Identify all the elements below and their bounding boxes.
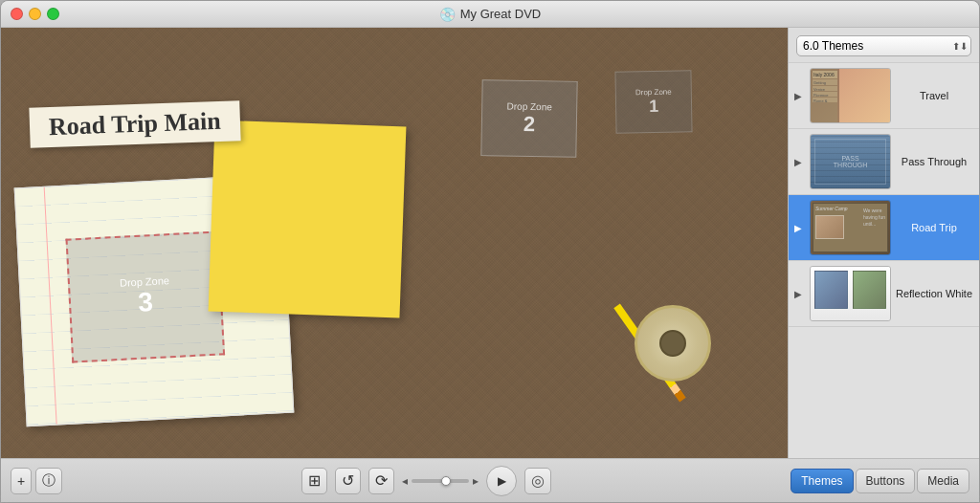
theme-item-travel[interactable]: ▶ Italy 2006 Getting There Venice Floren…	[789, 63, 979, 129]
theme-select-wrapper[interactable]: 6.0 Themes 5.0 Themes 4.0 Themes ⬆⬇	[796, 35, 971, 56]
add-icon: +	[17, 473, 25, 489]
theme-dropdown-bar: 6.0 Themes 5.0 Themes 4.0 Themes ⬆⬇	[789, 28, 979, 63]
theme-info-reflection: Reflection White	[895, 288, 973, 299]
add-button[interactable]: +	[11, 468, 32, 494]
tab-media[interactable]: Media	[917, 469, 969, 493]
drop-zone-1[interactable]: Drop Zone 1	[614, 70, 692, 133]
theme-info-passthrough: Pass Through	[895, 156, 973, 167]
theme-name-passthrough: Pass Through	[902, 156, 967, 167]
scene-button[interactable]: ⊞	[301, 468, 327, 494]
motion-icon: ⟳	[375, 471, 388, 490]
dvd-icon: 💿	[439, 7, 456, 22]
theme-name-travel: Travel	[920, 90, 948, 101]
info-button[interactable]: ⓘ	[35, 468, 62, 494]
theme-thumbnail-travel: Italy 2006 Getting There Venice Florence…	[810, 68, 891, 123]
theme-item-roadtrip[interactable]: ▶ Summer Camp We werehaving fununtil...	[789, 195, 979, 261]
volume-control: ◂ ▸	[402, 474, 479, 488]
theme-thumbnail-reflection	[810, 266, 891, 321]
play-indicator-roadtrip: ▶	[794, 223, 806, 233]
play-icon: ▶	[498, 474, 506, 488]
play-indicator-reflection: ▶	[794, 289, 806, 299]
main-title-label: Road Trip Main	[29, 100, 240, 148]
postit-note	[209, 120, 407, 318]
minimize-button[interactable]	[29, 8, 41, 20]
fullscreen-icon: ◎	[531, 471, 545, 490]
bottom-toolbar: + ⓘ ⊞ ↺ ⟳ ◂ ▸ ▶	[1, 458, 979, 502]
drop-zone-2[interactable]: Drop Zone 2	[480, 79, 577, 158]
tab-buttons: Themes Buttons Media	[791, 469, 969, 493]
app-window: 💿 My Great DVD Road Trip Main Drop Zone …	[0, 0, 980, 503]
fullscreen-button[interactable]: ◎	[524, 468, 551, 494]
tape-roll	[635, 305, 711, 382]
themes-list[interactable]: ▶ Italy 2006 Getting There Venice Floren…	[789, 63, 979, 458]
scene-icon: ⊞	[308, 471, 321, 490]
theme-thumbnail-roadtrip: Summer Camp We werehaving fununtil...	[810, 200, 891, 255]
theme-item-passthrough[interactable]: ▶ PASSTHROUGH Pass Through	[789, 129, 979, 195]
window-controls	[11, 8, 59, 20]
play-indicator-travel: ▶	[794, 91, 806, 101]
loop-button[interactable]: ↺	[335, 468, 361, 494]
theme-info-travel: Travel	[895, 90, 973, 101]
drop-zone-1-label: Drop Zone	[635, 87, 672, 97]
window-title: 💿 My Great DVD	[439, 7, 542, 22]
info-icon: ⓘ	[42, 472, 56, 490]
loop-icon: ↺	[342, 471, 354, 490]
play-button[interactable]: ▶	[486, 466, 517, 496]
scrapbook-background: Road Trip Main Drop Zone 2 Drop Zone 1	[1, 28, 788, 458]
content-area: Road Trip Main Drop Zone 2 Drop Zone 1	[1, 28, 979, 458]
theme-name-reflection: Reflection White	[896, 288, 972, 299]
maximize-button[interactable]	[47, 8, 59, 20]
title-bar: 💿 My Great DVD	[1, 1, 979, 28]
close-button[interactable]	[11, 8, 23, 20]
toolbar-left: + ⓘ	[11, 468, 62, 494]
tab-themes[interactable]: Themes	[791, 469, 853, 493]
theme-thumbnail-passthrough: PASSTHROUGH	[810, 134, 891, 189]
drop-zone-2-number: 2	[523, 111, 536, 136]
toolbar-center: ⊞ ↺ ⟳ ◂ ▸ ▶ ◎	[68, 466, 785, 496]
theme-item-reflection[interactable]: ▶ Reflection White	[789, 261, 979, 327]
right-panel: 6.0 Themes 5.0 Themes 4.0 Themes ⬆⬇ ▶	[788, 28, 979, 458]
tab-buttons-btn[interactable]: Buttons	[856, 469, 916, 493]
theme-name-roadtrip: Road Trip	[911, 222, 957, 233]
drop-zone-3[interactable]: Drop Zone 3	[66, 230, 226, 362]
drop-zone-1-number: 1	[649, 96, 658, 116]
drop-zone-2-label: Drop Zone	[507, 100, 552, 112]
play-indicator-passthrough: ▶	[794, 157, 806, 167]
theme-info-roadtrip: Road Trip	[895, 222, 973, 233]
themes-dropdown[interactable]: 6.0 Themes 5.0 Themes 4.0 Themes	[796, 35, 971, 56]
video-panel: Road Trip Main Drop Zone 2 Drop Zone 1	[1, 28, 788, 458]
volume-low-icon: ◂	[402, 474, 408, 488]
drop-zone-3-number: 3	[137, 287, 153, 318]
volume-high-icon: ▸	[473, 474, 479, 488]
motion-button[interactable]: ⟳	[368, 468, 394, 494]
volume-thumb[interactable]	[441, 476, 451, 486]
volume-track[interactable]	[412, 479, 469, 483]
